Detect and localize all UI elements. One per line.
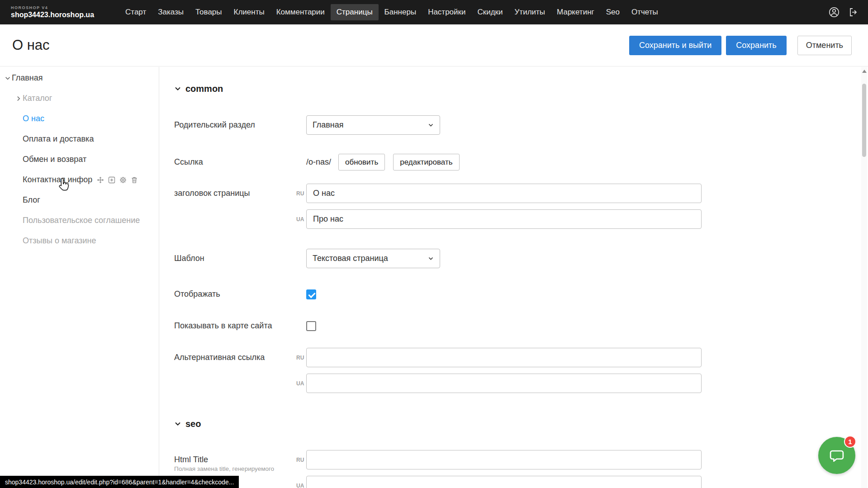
topnav-item-reports[interactable]: Отчеты — [626, 4, 664, 20]
link-path: /o-nas/ — [306, 157, 331, 167]
page-title: О нас — [12, 37, 50, 53]
save-button[interactable]: Сохранить — [726, 36, 786, 55]
topnav-item-start[interactable]: Старт — [119, 4, 152, 20]
lang-inputs: RU UA — [296, 184, 702, 229]
header-buttons: Сохранить и выйти Сохранить Отменить — [629, 36, 852, 55]
lang-badge-ua: UA — [296, 380, 304, 387]
html-title-ua-input[interactable] — [306, 476, 702, 488]
logo-domain: shop34423.horoshop.ua — [11, 11, 94, 19]
form-row-page-title: заголовок страницы RU UA — [174, 184, 868, 229]
section-title: common — [185, 84, 223, 94]
section-title: seo — [185, 419, 201, 429]
sidebar-item-contact-info[interactable]: Контактная инфор — [0, 170, 159, 190]
field-label: Альтернативная ссылка — [174, 348, 296, 367]
sidebar-item-label: Контактная инфор — [23, 175, 92, 185]
status-bar: shop34423.horoshop.ua/edit/edit.php?id=6… — [0, 476, 239, 488]
topnav-item-clients[interactable]: Клиенты — [228, 4, 270, 20]
save-and-exit-button[interactable]: Сохранить и выйти — [629, 36, 721, 55]
chat-unread-badge: 1 — [844, 436, 856, 448]
display-checkbox[interactable] — [306, 289, 316, 299]
sidebar-item-home[interactable]: Главная — [0, 68, 159, 88]
lang-inputs: RU UA — [296, 450, 702, 488]
sidebar-item-label: Обмен и возврат — [23, 155, 86, 164]
page-title-ua-input[interactable] — [306, 209, 702, 229]
form-row-sitemap: Показывать в карте сайта — [174, 316, 868, 336]
drag-icon[interactable] — [97, 176, 104, 184]
scrollbar[interactable] — [861, 67, 867, 488]
topnav-item-utilities[interactable]: Утилиты — [509, 4, 551, 20]
settings-icon[interactable] — [119, 176, 127, 184]
topnav-item-settings[interactable]: Настройки — [422, 4, 471, 20]
field-label: заголовок страницы — [174, 184, 296, 203]
form-row-parent-section: Родительский раздел Главная — [174, 115, 868, 135]
sidebar-item-user-agreement[interactable]: Пользовательское соглашение — [0, 210, 159, 231]
sidebar-item-label: О нас — [23, 114, 44, 123]
scrollbar-thumb[interactable] — [862, 84, 866, 157]
topnav-item-discounts[interactable]: Скидки — [471, 4, 508, 20]
topnav-item-marketing[interactable]: Маркетинг — [551, 4, 600, 20]
field-hint: Полная замена title, генерируемого — [174, 465, 286, 473]
lang-badge-ua: UA — [296, 483, 304, 488]
sidebar-item-about[interactable]: О нас — [0, 109, 159, 129]
chevron-down-icon[interactable] — [4, 75, 12, 81]
topnav-item-comments[interactable]: Комментарии — [270, 4, 331, 20]
link-edit-button[interactable]: редактировать — [393, 154, 459, 171]
field-label: Показывать в карте сайта — [174, 316, 296, 336]
add-icon[interactable] — [108, 176, 115, 184]
alt-link-ua-input[interactable] — [306, 374, 702, 393]
logo[interactable]: HOROSHOP V4 shop34423.horoshop.ua — [11, 6, 94, 19]
chevron-right-icon[interactable] — [14, 95, 23, 102]
sidebar-item-blog[interactable]: Блог — [0, 190, 159, 210]
html-title-ru-input[interactable] — [306, 450, 702, 469]
parent-section-select[interactable]: Главная — [306, 115, 440, 135]
sidebar-item-label: Оплата и доставка — [23, 134, 94, 144]
topnav-item-products[interactable]: Товары — [190, 4, 228, 20]
sidebar-item-payment-delivery[interactable]: Оплата и доставка — [0, 129, 159, 149]
top-navigation: Старт Заказы Товары Клиенты Комментарии … — [119, 4, 664, 20]
logout-icon[interactable] — [848, 7, 859, 18]
account-icon[interactable] — [828, 6, 840, 18]
sidebar-item-catalog[interactable]: Каталог — [0, 88, 159, 109]
field-label: Родительский раздел — [174, 115, 296, 135]
tree-row-actions — [97, 176, 138, 184]
topnav-item-pages[interactable]: Страницы — [331, 4, 379, 20]
topnav-item-banners[interactable]: Баннеры — [379, 4, 422, 20]
topnav-item-seo[interactable]: Seo — [600, 4, 626, 20]
page-header: О нас Сохранить и выйти Сохранить Отмени… — [0, 24, 868, 66]
lang-badge-ru: RU — [296, 457, 304, 463]
form-area: common Родительский раздел Главная Ссылк… — [159, 67, 868, 488]
form-row-alt-link: Альтернативная ссылка RU UA — [174, 348, 868, 393]
chat-bubble-icon — [828, 446, 846, 464]
link-refresh-button[interactable]: обновить — [338, 154, 385, 171]
select-value: Главная — [313, 120, 344, 130]
sidebar-item-label: Главная — [12, 73, 43, 83]
section-seo[interactable]: seo — [174, 418, 868, 430]
sidebar-item-label: Отзывы о магазине — [23, 236, 96, 246]
topbar-icons — [828, 6, 859, 18]
chevron-down-icon — [174, 85, 181, 92]
status-bar-url: shop34423.horoshop.ua/edit/edit.php?id=6… — [5, 479, 234, 486]
lang-badge-ru: RU — [296, 355, 304, 361]
lang-badge-ua: UA — [296, 216, 304, 223]
delete-icon[interactable] — [131, 176, 138, 184]
topnav-item-orders[interactable]: Заказы — [152, 4, 190, 20]
cancel-button[interactable]: Отменить — [797, 36, 852, 55]
scrollbar-up-arrow[interactable] — [862, 70, 867, 73]
form-row-display: Отображать — [174, 284, 868, 304]
sitemap-checkbox[interactable] — [306, 321, 316, 331]
topbar: HOROSHOP V4 shop34423.horoshop.ua Старт … — [0, 0, 868, 24]
template-select[interactable]: Текстовая страница — [306, 249, 440, 268]
field-label: Отображать — [174, 284, 296, 304]
chevron-down-icon — [428, 122, 434, 128]
alt-link-ru-input[interactable] — [306, 348, 702, 367]
chevron-down-icon — [174, 420, 181, 427]
form-row-html-title: Html Title Полная замена title, генериру… — [174, 450, 868, 488]
sidebar-item-store-reviews[interactable]: Отзывы о магазине — [0, 231, 159, 251]
page-title-ru-input[interactable] — [306, 184, 702, 203]
section-common[interactable]: common — [174, 83, 868, 95]
sidebar-item-exchange-return[interactable]: Обмен и возврат — [0, 149, 159, 170]
content: Главная Каталог О нас Оплата и доставка … — [0, 67, 868, 488]
form-content: common Родительский раздел Главная Ссылк… — [159, 67, 868, 488]
chat-widget-button[interactable]: 1 — [818, 437, 855, 474]
form-row-link: Ссылка /o-nas/ обновить редактировать — [174, 152, 868, 172]
